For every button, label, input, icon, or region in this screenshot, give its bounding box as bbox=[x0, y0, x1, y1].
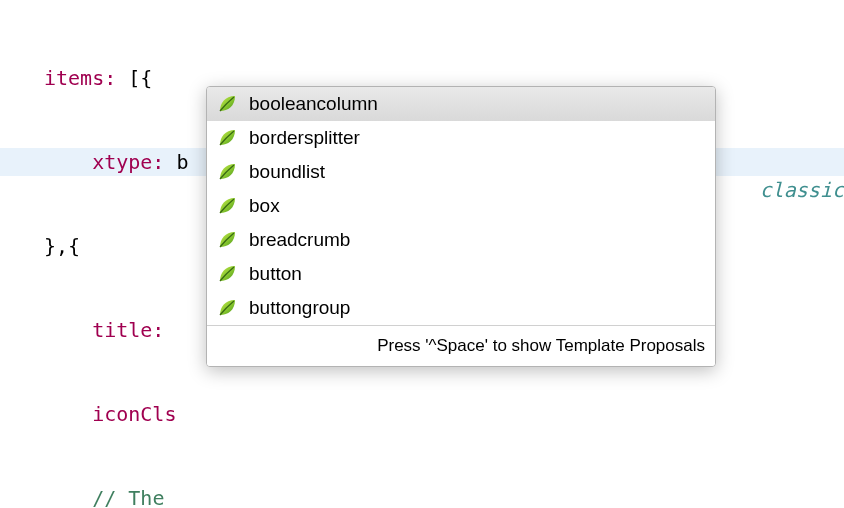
autocomplete-list[interactable]: booleancolumn bordersplitter boundlist b… bbox=[207, 87, 715, 325]
code-line: iconCls bbox=[0, 400, 844, 428]
code-line: // The bbox=[0, 484, 844, 508]
leaf-icon bbox=[217, 94, 237, 114]
code-text: [{ bbox=[128, 66, 152, 90]
autocomplete-label: buttongroup bbox=[249, 294, 350, 322]
autocomplete-item-bordersplitter[interactable]: bordersplitter bbox=[207, 121, 715, 155]
autocomplete-footer: Press '^Space' to show Template Proposal… bbox=[207, 325, 715, 366]
autocomplete-label: button bbox=[249, 260, 302, 288]
autocomplete-item-breadcrumb[interactable]: breadcrumb bbox=[207, 223, 715, 257]
classic-indicator: classic bbox=[760, 176, 844, 204]
autocomplete-label: boundlist bbox=[249, 158, 325, 186]
code-key: xtype: bbox=[44, 150, 176, 174]
autocomplete-item-button[interactable]: button bbox=[207, 257, 715, 291]
leaf-icon bbox=[217, 162, 237, 182]
autocomplete-item-booleancolumn[interactable]: booleancolumn bbox=[207, 87, 715, 121]
autocomplete-label: bordersplitter bbox=[249, 124, 360, 152]
code-key: items: bbox=[44, 66, 128, 90]
autocomplete-label: booleancolumn bbox=[249, 90, 378, 118]
code-typed: b bbox=[176, 150, 188, 174]
code-indent bbox=[44, 486, 92, 508]
code-key: iconCls bbox=[44, 402, 176, 426]
code-key: title: bbox=[44, 318, 176, 342]
autocomplete-item-buttongroup[interactable]: buttongroup bbox=[207, 291, 715, 325]
leaf-icon bbox=[217, 128, 237, 148]
leaf-icon bbox=[217, 298, 237, 318]
leaf-icon bbox=[217, 264, 237, 284]
code-comment: // The bbox=[92, 486, 176, 508]
autocomplete-label: breadcrumb bbox=[249, 226, 350, 254]
leaf-icon bbox=[217, 230, 237, 250]
autocomplete-popup: booleancolumn bordersplitter boundlist b… bbox=[206, 86, 716, 367]
leaf-icon bbox=[217, 196, 237, 216]
autocomplete-item-boundlist[interactable]: boundlist bbox=[207, 155, 715, 189]
autocomplete-label: box bbox=[249, 192, 280, 220]
autocomplete-item-box[interactable]: box bbox=[207, 189, 715, 223]
